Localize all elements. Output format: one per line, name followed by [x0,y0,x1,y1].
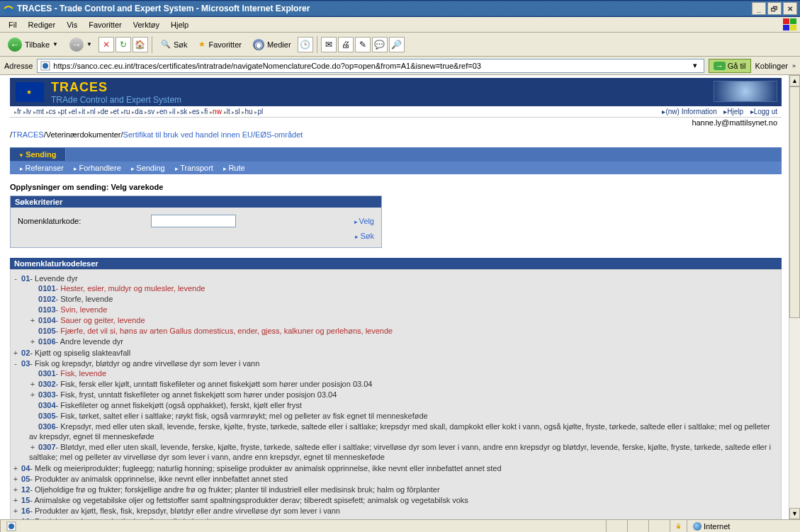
vertical-scrollbar[interactable]: ▲ ▼ [789,75,800,519]
lang-cs[interactable]: cs [49,108,56,115]
tree-node-0305[interactable]: 0305- Fisk, tørket, saltet eller i saltl… [29,411,779,421]
expand-icon[interactable]: + [29,315,36,325]
lang-es[interactable]: es [192,108,200,115]
research-button[interactable]: 🔎 [389,37,405,52]
lang-hu[interactable]: hu [244,108,252,115]
breadcrumb-l2[interactable]: Sertifikat til bruk ved handel innen EU/… [123,130,303,139]
lang-da[interactable]: da [135,108,142,115]
tree-node-0104[interactable]: + 0104- Sauer og geiter, levende [29,315,779,326]
menu-edit[interactable]: Rediger [23,19,62,30]
expand-icon[interactable]: + [12,485,19,494]
edit-button[interactable]: ✎ [355,37,371,52]
lang-en[interactable]: en [159,108,167,115]
print-button[interactable]: 🖨 [338,37,354,52]
expand-icon[interactable]: + [29,336,36,346]
tree-node-16[interactable]: + 16- Produkter av kjøtt, flesk, fisk, k… [12,505,779,516]
lang-pt[interactable]: pt [61,108,67,115]
scroll-up-icon[interactable]: ▲ [789,75,800,86]
tree-node-02[interactable]: + 02- Kjøtt og spiselig slakteavfall [12,347,779,358]
collapse-icon[interactable]: - [12,273,19,283]
lang-sk[interactable]: sk [180,108,187,115]
tree-node-03[interactable]: - 03- Fisk og krepsdyr, bløtdyr og andre… [12,358,779,463]
subtab-forhandlere[interactable]: Forhandlere [74,164,121,172]
tree-node-0307[interactable]: + 0307- Bløtdyr, med eller uten skall, l… [29,442,779,463]
logout-link[interactable]: ▸Logg ut [750,108,777,115]
expand-icon[interactable]: + [12,506,19,516]
search-action[interactable]: Søk [354,232,374,240]
tree-node-04[interactable]: + 04- Melk og meieriprodukter; fugleegg;… [12,463,779,473]
info-link[interactable]: ▸(nw) Information [662,108,716,115]
expand-icon[interactable]: + [12,463,19,473]
menu-view[interactable]: Vis [61,19,83,30]
lang-lt[interactable]: lt [227,108,230,115]
tree-node-01[interactable]: - 01- Levende dyr 0101- Hester, esler, m… [12,273,779,347]
lang-de[interactable]: de [101,108,108,115]
subtab-transport[interactable]: Transport [175,164,213,172]
select-action[interactable]: Velg [354,217,374,225]
lang-lv[interactable]: lv [26,108,31,115]
tree-node-0304[interactable]: 0304- Fiskefileter og annet fiskekjøtt (… [29,400,779,411]
menu-tools[interactable]: Verktøy [128,19,165,30]
mail-button[interactable]: ✉ [321,37,337,52]
lang-pl[interactable]: pl [257,108,263,115]
expand-icon[interactable]: + [12,474,19,484]
menu-file[interactable]: Fil [3,19,23,30]
home-button[interactable]: 🏠 [133,37,148,52]
forward-button[interactable]: → ▼ [64,35,97,54]
scroll-down-icon[interactable]: ▼ [789,508,800,519]
lang-sv[interactable]: sv [147,108,154,115]
subtab-referanser[interactable]: Referanser [20,164,64,172]
lang-mt[interactable]: mt [36,108,44,115]
history-button[interactable]: 🕒 [298,37,313,52]
scrollbar-track[interactable] [789,86,800,508]
refresh-button[interactable]: ↻ [116,37,131,52]
tree-node-0105[interactable]: 0105- Fjærfe, det vil si, høns av arten … [29,326,779,336]
menu-help[interactable]: Hjelp [165,19,194,30]
close-button[interactable]: ✕ [783,2,797,15]
lang-it[interactable]: it [81,108,85,115]
go-button[interactable]: → Gå til [709,59,751,73]
subtab-rute[interactable]: Rute [223,164,245,172]
back-button[interactable]: ← Tilbake ▼ [3,35,63,54]
tree-node-0306[interactable]: 0306- Krepsdyr, med eller uten skall, le… [29,421,779,442]
menu-favorites[interactable]: Favoritter [83,19,127,30]
expand-icon[interactable]: + [29,379,36,389]
restore-button[interactable]: 🗗 [767,2,782,15]
lang-et[interactable]: et [113,108,119,115]
favorites-button[interactable]: ★Favoritter [193,35,246,54]
tree-node-0106[interactable]: + 0106- Andre levende dyr [29,336,779,347]
nomenclature-code-input[interactable] [151,215,236,227]
minimize-button[interactable]: _ [752,2,766,15]
search-button[interactable]: 🔍Søk [156,35,193,54]
expand-icon[interactable]: + [12,348,19,358]
tree-node-12[interactable]: + 12- Oljeholdige frø og frukter; forskj… [12,484,779,494]
tree-node-05[interactable]: + 05- Produkter av animalsk opprinnelse,… [12,473,779,484]
lang-il[interactable]: il [172,108,175,115]
tree-node-0103[interactable]: 0103- Svin, levende [29,305,779,315]
tree-node-0301[interactable]: 0301- Fisk, levende [29,368,779,379]
lang-sl[interactable]: sl [235,108,240,115]
expand-icon[interactable]: + [29,390,36,400]
scrollbar-thumb[interactable] [789,86,800,318]
tree-node-0302[interactable]: + 0302- Fisk, fersk eller kjølt, unntatt… [29,379,779,390]
tree-node-15[interactable]: + 15- Animalske og vegetabilske oljer og… [12,494,779,505]
url-field[interactable]: https://sanco.cec.eu.int/traces/certific… [37,59,704,73]
lang-nl[interactable]: nl [90,108,96,115]
lang-fi[interactable]: fi [204,108,208,115]
subtab-sending[interactable]: Sending [131,164,165,172]
stop-button[interactable]: ✕ [98,37,114,52]
tree-node-0102[interactable]: 0102- Storfe, levende [29,294,779,305]
links-label[interactable]: Koblinger [755,62,788,70]
help-link[interactable]: ▸Hjelp [723,108,743,115]
lang-fr[interactable]: fr [17,108,21,115]
tree-node-0101[interactable]: 0101- Hester, esler, muldyr og mulesler,… [29,283,779,294]
lang-ru[interactable]: ru [124,108,130,115]
collapse-icon[interactable]: - [12,358,19,368]
chevron-down-icon[interactable]: ▾ [689,61,701,70]
tree-node-0303[interactable]: + 0303- Fisk, fryst, unntatt fiskefilete… [29,390,779,400]
expand-icon[interactable]: + [29,442,36,452]
discuss-button[interactable]: 💬 [372,37,388,52]
media-button[interactable]: ◉Medier [248,35,296,54]
lang-el[interactable]: el [72,108,77,115]
expand-icon[interactable]: + [12,495,19,505]
